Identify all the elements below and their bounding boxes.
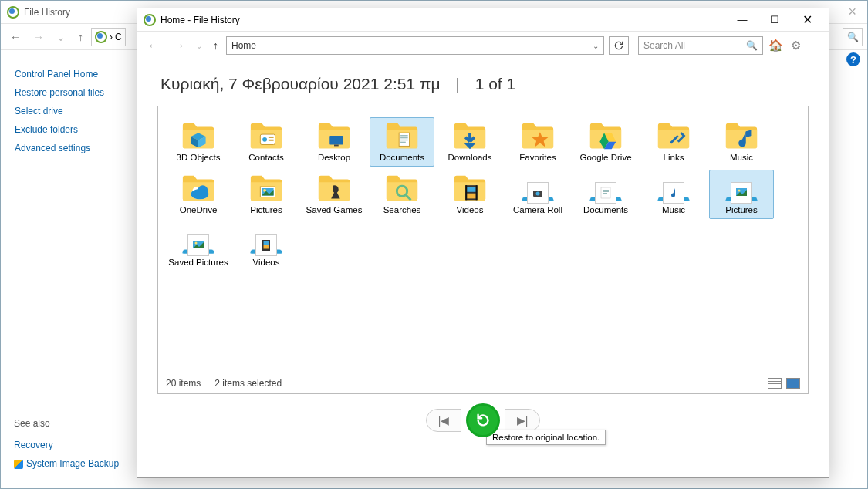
file-item[interactable]: Links xyxy=(641,117,706,167)
file-item[interactable]: Searches xyxy=(370,170,434,219)
restore-button[interactable] xyxy=(466,403,500,437)
history-dropdown[interactable]: ⌄ xyxy=(52,28,70,46)
chevron-right-icon: › xyxy=(110,32,113,42)
sidebar-link-system-image[interactable]: System Image Backup xyxy=(14,458,119,469)
svg-point-39 xyxy=(195,241,198,244)
file-item[interactable]: Documents xyxy=(370,117,434,167)
address-segment: C xyxy=(115,32,122,42)
up-button[interactable]: ↑ xyxy=(73,28,88,46)
item-label: 3D Objects xyxy=(177,153,221,164)
file-item[interactable]: Favorites xyxy=(505,117,570,167)
file-item[interactable]: Videos xyxy=(437,170,502,219)
sidebar-link-restore[interactable]: Restore personal files xyxy=(15,87,133,98)
nav-forward-button[interactable]: → xyxy=(168,38,188,54)
nav-up-button[interactable]: ↑ xyxy=(210,39,221,52)
back-button[interactable]: ← xyxy=(5,28,25,46)
shield-icon xyxy=(14,460,23,469)
svg-rect-33 xyxy=(603,190,609,191)
file-item[interactable]: Google Drive xyxy=(573,117,638,167)
nav-history-dropdown[interactable]: ⌄ xyxy=(193,42,205,50)
file-item[interactable]: Saved Games xyxy=(302,170,366,219)
minimize-button[interactable]: — xyxy=(727,10,758,30)
item-label: OneDrive xyxy=(180,205,218,216)
folder-icon xyxy=(588,120,623,151)
sidebar-link-advanced[interactable]: Advanced settings xyxy=(15,143,133,153)
folder-icon xyxy=(248,173,284,204)
refresh-button[interactable] xyxy=(609,36,629,55)
svg-rect-12 xyxy=(400,140,408,140)
file-item[interactable]: Videos xyxy=(234,222,299,271)
maximize-button[interactable]: ☐ xyxy=(759,10,790,30)
svg-rect-13 xyxy=(400,142,406,143)
folder-icon xyxy=(384,120,420,151)
file-item[interactable]: Documents xyxy=(573,170,638,219)
control-panel-sidebar: Control Panel Home Restore personal file… xyxy=(1,50,147,488)
sidebar-link-recovery[interactable]: Recovery xyxy=(14,440,119,450)
file-history-icon xyxy=(144,14,156,26)
folder-icon xyxy=(520,120,556,151)
item-label: Favorites xyxy=(519,153,556,164)
item-label: Pictures xyxy=(725,205,758,216)
svg-rect-6 xyxy=(269,140,274,141)
svg-rect-42 xyxy=(264,245,269,249)
inner-titlebar: Home - File History — ☐ ✕ xyxy=(137,8,829,32)
folder-icon xyxy=(452,173,488,204)
file-item[interactable]: Downloads xyxy=(437,117,502,167)
file-item[interactable]: Music xyxy=(641,170,706,219)
folder-icon xyxy=(384,173,420,204)
close-button[interactable]: ✕ xyxy=(792,10,822,30)
previous-version-button[interactable]: |◀ xyxy=(426,409,461,432)
file-item[interactable]: Music xyxy=(709,117,774,167)
file-item[interactable]: Saved Pictures xyxy=(166,222,231,271)
item-label: Contacts xyxy=(248,153,283,164)
svg-rect-26 xyxy=(467,187,476,192)
svg-point-37 xyxy=(738,189,741,191)
outer-close-button[interactable]: × xyxy=(843,4,861,20)
svg-rect-27 xyxy=(467,194,476,199)
outer-address-bar[interactable]: › C xyxy=(91,28,126,46)
see-also-heading: See also xyxy=(14,418,119,429)
svg-rect-34 xyxy=(603,191,609,192)
snapshot-page: 1 of 1 xyxy=(475,75,516,93)
address-text: Home xyxy=(231,40,256,51)
home-button[interactable]: 🏠 xyxy=(768,38,783,53)
forward-button[interactable]: → xyxy=(29,28,49,46)
control-panel-home-link[interactable]: Control Panel Home xyxy=(15,69,133,79)
file-history-browser-window: Home - File History — ☐ ✕ ← → ⌄ ↑ Home ⌄… xyxy=(137,8,829,478)
help-icon[interactable]: ? xyxy=(846,52,860,66)
folder-icon xyxy=(452,120,488,151)
restore-tooltip: Restore to original location. xyxy=(486,430,606,445)
files-pane: 3D ObjectsContactsDesktopDocumentsDownlo… xyxy=(157,106,809,394)
item-label: Documents xyxy=(583,205,628,216)
svg-rect-28 xyxy=(465,185,467,200)
item-label: Saved Pictures xyxy=(168,258,228,268)
svg-point-20 xyxy=(191,189,208,199)
snapshot-banner: Κυριακή, 7 Φεβρουαρίου 2021 2:51 πμ | 1 … xyxy=(160,75,809,93)
bottom-nav: |◀ ▶| Restore to original location. xyxy=(137,399,829,442)
nav-back-button[interactable]: ← xyxy=(144,38,164,54)
inner-address-bar[interactable]: Home ⌄ xyxy=(226,36,604,55)
file-item[interactable]: Desktop xyxy=(302,117,366,167)
view-icons-button[interactable] xyxy=(786,378,800,389)
file-item[interactable]: OneDrive xyxy=(166,170,231,219)
item-label: Downloads xyxy=(448,153,492,164)
chevron-down-icon[interactable]: ⌄ xyxy=(593,42,599,50)
gear-icon[interactable]: ⚙ xyxy=(788,38,803,53)
search-input[interactable]: Search All 🔍 xyxy=(638,36,763,55)
file-item[interactable]: Contacts xyxy=(234,117,299,167)
file-item[interactable]: Camera Roll xyxy=(505,170,570,219)
items-grid[interactable]: 3D ObjectsContactsDesktopDocumentsDownlo… xyxy=(166,117,800,271)
file-item[interactable]: 3D Objects xyxy=(166,117,231,167)
item-label: Videos xyxy=(253,258,280,268)
file-item[interactable]: Pictures xyxy=(709,170,774,219)
svg-point-23 xyxy=(263,189,266,192)
outer-search-button[interactable]: 🔍 xyxy=(843,28,863,46)
svg-rect-10 xyxy=(400,135,408,136)
svg-point-31 xyxy=(536,191,540,195)
sidebar-link-select-drive[interactable]: Select drive xyxy=(15,106,133,116)
file-item[interactable]: Pictures xyxy=(234,170,299,219)
view-details-button[interactable] xyxy=(768,378,782,389)
restore-icon xyxy=(475,412,491,429)
next-version-button[interactable]: ▶| xyxy=(505,409,540,432)
sidebar-link-exclude[interactable]: Exclude folders xyxy=(15,124,133,135)
